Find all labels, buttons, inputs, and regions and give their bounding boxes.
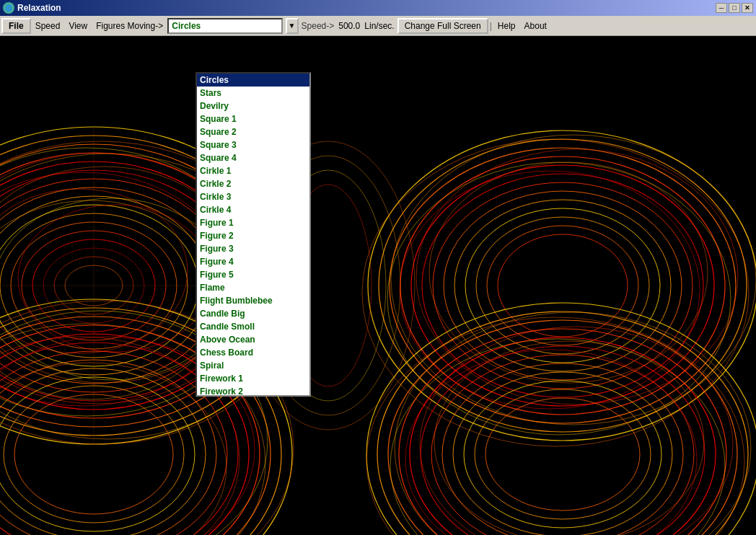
list-item[interactable]: Figure 5 bbox=[197, 268, 309, 281]
window-title: Relaxation bbox=[17, 3, 61, 13]
menu-bar: File Speed View Figures Moving-> ▼ Speed… bbox=[0, 16, 756, 36]
figure-dropdown-list[interactable]: CirclesStarsDevilrySquare 1Square 2Squar… bbox=[195, 72, 311, 397]
speed-unit-label: Lin/sec. bbox=[361, 21, 397, 31]
list-item[interactable]: Flight Bumblebee bbox=[197, 294, 309, 307]
list-item[interactable]: Spiral bbox=[197, 359, 309, 372]
list-item[interactable]: Devilry bbox=[197, 100, 309, 112]
view-menu[interactable]: View bbox=[64, 19, 92, 33]
close-button[interactable]: ✕ bbox=[742, 3, 753, 13]
speed-menu[interactable]: Speed bbox=[31, 19, 65, 33]
file-menu[interactable]: File bbox=[1, 18, 31, 34]
list-item[interactable]: Square 4 bbox=[197, 151, 309, 164]
list-item[interactable]: Firework 1 bbox=[197, 372, 309, 385]
list-item[interactable]: Square 3 bbox=[197, 138, 309, 151]
list-item[interactable]: Figure 3 bbox=[197, 242, 309, 255]
visualization-svg bbox=[0, 36, 756, 535]
speed-value-display: 500.0 bbox=[337, 21, 361, 31]
list-item[interactable]: Stars bbox=[197, 87, 309, 100]
list-item[interactable]: Square 2 bbox=[197, 125, 309, 138]
list-item[interactable]: Cirkle 3 bbox=[197, 190, 309, 203]
list-item[interactable]: Flame bbox=[197, 281, 309, 294]
help-menu[interactable]: Help bbox=[493, 19, 520, 33]
list-item[interactable]: Figure 2 bbox=[197, 229, 309, 242]
list-item[interactable]: Figure 4 bbox=[197, 255, 309, 268]
main-canvas: CirclesStarsDevilrySquare 1Square 2Squar… bbox=[0, 36, 756, 535]
list-item[interactable]: Square 1 bbox=[197, 112, 309, 125]
title-bar: 🌀 Relaxation ─ □ ✕ bbox=[0, 0, 756, 16]
list-item[interactable]: Above Ocean bbox=[197, 333, 309, 346]
list-item[interactable]: Firework 2 bbox=[197, 385, 309, 397]
list-item[interactable]: Chess Board bbox=[197, 346, 309, 359]
maximize-button[interactable]: □ bbox=[729, 3, 740, 13]
list-item[interactable]: Cirkle 1 bbox=[197, 164, 309, 177]
combo-arrow-icon[interactable]: ▼ bbox=[286, 18, 299, 34]
list-item[interactable]: Circles bbox=[197, 74, 309, 87]
about-menu[interactable]: About bbox=[520, 19, 551, 33]
figures-moving-menu[interactable]: Figures Moving-> bbox=[92, 19, 167, 33]
change-fullscreen-button[interactable]: Change Full Screen bbox=[397, 18, 488, 34]
separator: | bbox=[488, 21, 493, 31]
app-icon: 🌀 bbox=[3, 2, 14, 14]
list-item[interactable]: Figure 1 bbox=[197, 216, 309, 229]
speed-prefix-label: Speed-> bbox=[299, 21, 338, 31]
list-item[interactable]: Cirkle 4 bbox=[197, 203, 309, 216]
figure-combo-wrapper: ▼ bbox=[167, 18, 298, 34]
minimize-button[interactable]: ─ bbox=[716, 3, 727, 13]
list-item[interactable]: Cirkle 2 bbox=[197, 177, 309, 190]
list-item[interactable]: Candle Big bbox=[197, 307, 309, 320]
window-controls: ─ □ ✕ bbox=[716, 3, 753, 13]
figure-combo-input[interactable] bbox=[167, 18, 283, 34]
list-item[interactable]: Candle Smoll bbox=[197, 320, 309, 333]
